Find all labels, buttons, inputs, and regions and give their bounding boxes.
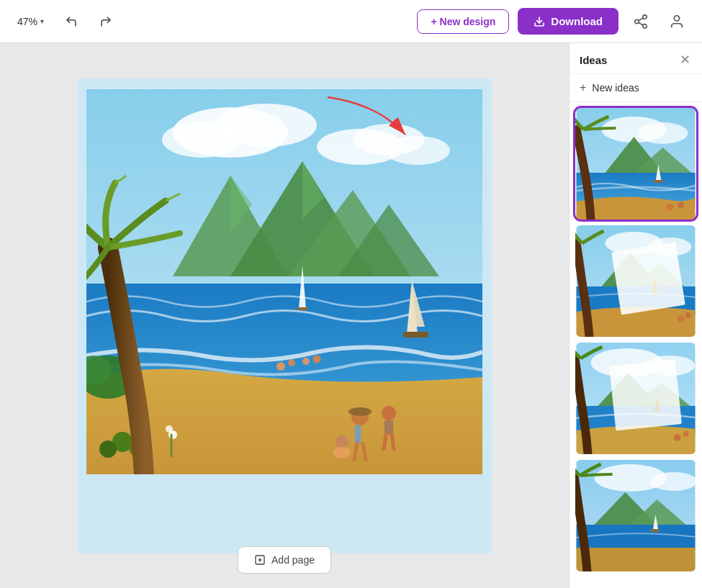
close-icon: ✕ — [680, 53, 690, 67]
add-page-label: Add page — [271, 554, 315, 566]
idea-thumbnail-1[interactable] — [575, 108, 696, 220]
svg-point-71 — [685, 312, 691, 318]
svg-point-14 — [385, 136, 450, 165]
svg-point-70 — [678, 315, 685, 322]
share-icon — [633, 14, 649, 30]
canvas-area: Add page — [0, 43, 569, 588]
download-label: Download — [551, 15, 603, 27]
idea-thumbnail-3[interactable] — [575, 343, 696, 454]
design-canvas — [78, 78, 492, 553]
share-button[interactable] — [627, 8, 654, 35]
new-ideas-label: New ideas — [592, 82, 639, 94]
ideas-panel-header: Ideas ✕ — [570, 43, 702, 74]
svg-line-44 — [392, 435, 394, 449]
svg-rect-88 — [577, 525, 696, 550]
svg-point-85 — [650, 472, 697, 491]
svg-rect-60 — [654, 180, 663, 183]
svg-point-3 — [643, 24, 647, 27]
redo-button[interactable] — [93, 9, 119, 35]
plus-icon: + — [580, 81, 586, 94]
svg-rect-69 — [611, 243, 685, 315]
svg-point-37 — [348, 407, 372, 416]
svg-point-62 — [678, 202, 684, 209]
add-page-icon — [254, 554, 266, 566]
svg-point-82 — [683, 431, 689, 437]
svg-point-1 — [643, 14, 647, 19]
svg-rect-28 — [297, 307, 308, 310]
svg-point-11 — [162, 122, 241, 158]
idea-thumbnail-4[interactable] — [575, 460, 696, 571]
svg-point-32 — [276, 362, 285, 371]
new-ideas-button[interactable]: + New ideas — [570, 74, 702, 102]
svg-point-6 — [674, 15, 679, 20]
svg-rect-89 — [577, 548, 696, 571]
add-page-area: Add page — [238, 546, 331, 574]
svg-point-55 — [638, 122, 688, 144]
svg-line-4 — [639, 22, 643, 25]
svg-point-45 — [336, 435, 348, 448]
svg-point-2 — [635, 19, 639, 24]
chevron-down-icon: ▾ — [40, 17, 44, 25]
svg-rect-31 — [403, 332, 428, 338]
svg-rect-42 — [384, 420, 393, 435]
close-panel-button[interactable]: ✕ — [678, 52, 692, 68]
add-page-button[interactable]: Add page — [238, 546, 331, 574]
svg-rect-91 — [651, 529, 660, 532]
download-button[interactable]: Download — [518, 8, 618, 35]
beach-scene — [86, 89, 482, 474]
toolbar: 47% ▾ + New design Download — [0, 0, 702, 43]
undo-button[interactable] — [58, 9, 84, 35]
new-design-button[interactable]: + New design — [417, 9, 509, 34]
svg-rect-38 — [355, 425, 361, 443]
svg-point-48 — [166, 425, 173, 433]
svg-point-46 — [333, 447, 351, 458]
idea-thumbnail-2[interactable] — [575, 225, 696, 337]
new-design-label: + New design — [431, 16, 495, 27]
svg-point-41 — [382, 406, 396, 420]
svg-point-61 — [667, 204, 674, 211]
zoom-label: 47% — [17, 16, 37, 27]
account-button[interactable] — [663, 8, 690, 35]
svg-point-34 — [302, 358, 310, 365]
main-area: Add page Ideas ✕ + New ideas — [0, 43, 702, 588]
svg-line-5 — [639, 17, 643, 20]
svg-point-33 — [288, 359, 295, 366]
ideas-thumbnails — [570, 102, 702, 588]
svg-point-35 — [312, 355, 320, 363]
download-icon — [534, 16, 545, 27]
ideas-panel: Ideas ✕ + New ideas — [569, 43, 702, 588]
svg-point-26 — [99, 440, 117, 458]
ideas-title: Ideas — [580, 54, 607, 66]
svg-point-81 — [674, 434, 681, 441]
svg-rect-79 — [609, 359, 682, 430]
svg-line-43 — [384, 435, 386, 449]
zoom-control[interactable]: 47% ▾ — [12, 13, 50, 30]
user-icon — [669, 14, 685, 30]
